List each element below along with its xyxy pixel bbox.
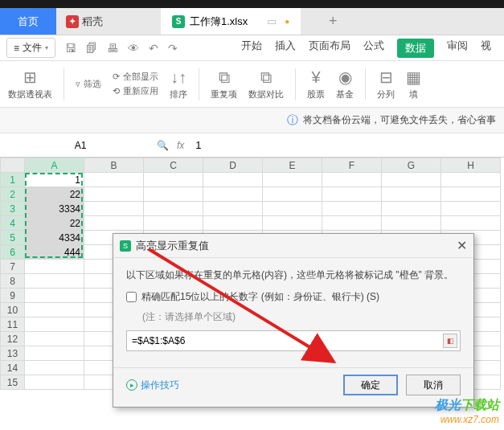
dup-group[interactable]: ⧉ 重复项 (211, 68, 237, 100)
col-header[interactable]: D (203, 158, 263, 173)
cell[interactable] (25, 303, 84, 317)
search-icon[interactable]: 🔍 (157, 140, 169, 151)
cell[interactable] (25, 289, 84, 303)
row-header[interactable]: 5 (1, 231, 25, 245)
ribbon-tab-insert[interactable]: 插入 (275, 39, 296, 58)
cell[interactable] (263, 216, 322, 231)
ribbon-tab-start[interactable]: 开始 (241, 39, 262, 58)
ribbon-tab-view[interactable]: 视 (481, 39, 491, 58)
cancel-button[interactable]: 取消 (406, 375, 461, 395)
exact-match-checkbox[interactable] (126, 292, 137, 302)
cell[interactable] (144, 216, 203, 231)
ribbon-tab-review[interactable]: 审阅 (447, 39, 468, 58)
exact-match-checkbox-row[interactable]: 精确匹配15位以上的长数字 (例如：身份证、银行卡) (S) (126, 290, 461, 304)
ribbon-tab-formula[interactable]: 公式 (363, 39, 384, 58)
pivot-group[interactable]: ⊞ 数据透视表 (8, 68, 52, 100)
file-menu-button[interactable]: ≡ 文件 ▾ (6, 38, 55, 58)
cell[interactable] (84, 202, 144, 216)
cloud-backup-banner[interactable]: ⓘ 将文档备份云端，可避免文件丢失，省心省事 (0, 108, 504, 133)
cell[interactable]: 4334 (25, 231, 84, 245)
close-icon[interactable]: ✕ (457, 238, 467, 253)
cell[interactable] (203, 202, 263, 216)
cell[interactable] (84, 187, 144, 202)
col-header[interactable]: E (263, 158, 322, 173)
tab-home[interactable]: 首页 (0, 8, 56, 35)
cell[interactable] (382, 202, 441, 216)
fx-icon[interactable]: fx (177, 140, 184, 151)
cell[interactable] (441, 187, 501, 202)
cell[interactable] (203, 216, 263, 231)
name-box[interactable] (36, 137, 125, 154)
cell[interactable] (144, 202, 203, 216)
cell[interactable] (322, 216, 382, 231)
row-header[interactable]: 7 (1, 260, 25, 274)
row-header[interactable]: 2 (1, 187, 25, 202)
row-header[interactable]: 10 (1, 303, 25, 317)
range-selector-button[interactable]: ◧ (443, 334, 457, 348)
row-header[interactable]: 3 (1, 202, 25, 216)
cell[interactable]: 22 (25, 216, 84, 231)
col-header[interactable]: H (441, 158, 501, 173)
col-header[interactable]: B (84, 158, 144, 173)
col-header[interactable]: G (382, 158, 441, 173)
stock-group[interactable]: ¥ 股票 (307, 68, 325, 100)
print-preview-icon[interactable]: 👁 (128, 42, 139, 55)
row-header[interactable]: 14 (1, 361, 25, 375)
cell[interactable] (263, 202, 322, 216)
save-icon[interactable]: 🖫 (65, 42, 76, 55)
cell[interactable]: 1 (25, 173, 84, 187)
cell[interactable] (322, 173, 382, 187)
ok-button[interactable]: 确定 (343, 375, 398, 395)
cell[interactable] (84, 173, 144, 187)
compare-group[interactable]: ⧉ 数据对比 (248, 68, 284, 100)
tab-workbook[interactable]: S 工作簿1.xlsx ▭ ● (161, 8, 301, 35)
cell[interactable] (144, 173, 203, 187)
fund-group[interactable]: ◉ 基金 (336, 68, 354, 100)
cell[interactable] (25, 260, 84, 274)
cell[interactable] (25, 317, 84, 332)
ribbon-tab-pagelayout[interactable]: 页面布局 (309, 39, 350, 58)
showall-button[interactable]: ⟳ 全部显示 (113, 71, 158, 83)
reapply-button[interactable]: ⟲ 重新应用 (113, 85, 158, 97)
row-header[interactable]: 1 (1, 173, 25, 187)
filter-button[interactable]: ▿ 筛选 (76, 78, 101, 90)
cell[interactable]: 22 (25, 187, 84, 202)
cell[interactable] (382, 173, 441, 187)
row-header[interactable]: 15 (1, 375, 25, 390)
col-header[interactable]: C (144, 158, 203, 173)
row-header[interactable]: 6 (1, 245, 25, 260)
cell[interactable] (382, 216, 441, 231)
row-header[interactable]: 13 (1, 346, 25, 361)
cell[interactable] (441, 216, 501, 231)
row-header[interactable]: 9 (1, 289, 25, 303)
ribbon-tab-data[interactable]: 数据 (397, 39, 434, 58)
cell[interactable] (25, 375, 84, 390)
row-header[interactable]: 11 (1, 317, 25, 332)
cell[interactable] (263, 187, 322, 202)
cell[interactable] (25, 332, 84, 346)
range-input[interactable] (126, 330, 461, 351)
tips-link[interactable]: ▸ 操作技巧 (126, 379, 179, 392)
dialog-titlebar[interactable]: S 高亮显示重复值 ✕ (113, 234, 473, 258)
row-header[interactable]: 4 (1, 216, 25, 231)
print-icon[interactable]: 🖶 (107, 42, 118, 55)
cell[interactable] (441, 173, 501, 187)
split-group[interactable]: ⊟ 分列 (377, 68, 395, 100)
tab-add-button[interactable]: + (317, 8, 349, 35)
undo-icon[interactable]: ↶ (149, 42, 158, 55)
col-header[interactable]: A (25, 158, 84, 173)
fill-group[interactable]: ▦ 填 (406, 68, 421, 100)
cell[interactable] (382, 187, 441, 202)
sort-group[interactable]: ↓↑ 排序 (170, 68, 187, 100)
cell[interactable] (203, 187, 263, 202)
save-as-icon[interactable]: 🗐 (86, 42, 97, 55)
tab-dangke[interactable]: ✦ 稻壳 (56, 8, 113, 35)
cell[interactable]: 3334 (25, 202, 84, 216)
cell[interactable] (84, 216, 144, 231)
col-header[interactable]: F (322, 158, 382, 173)
formula-input[interactable] (192, 136, 353, 154)
cell[interactable] (25, 274, 84, 289)
cell[interactable] (203, 173, 263, 187)
cell[interactable] (144, 187, 203, 202)
cell[interactable] (441, 202, 501, 216)
